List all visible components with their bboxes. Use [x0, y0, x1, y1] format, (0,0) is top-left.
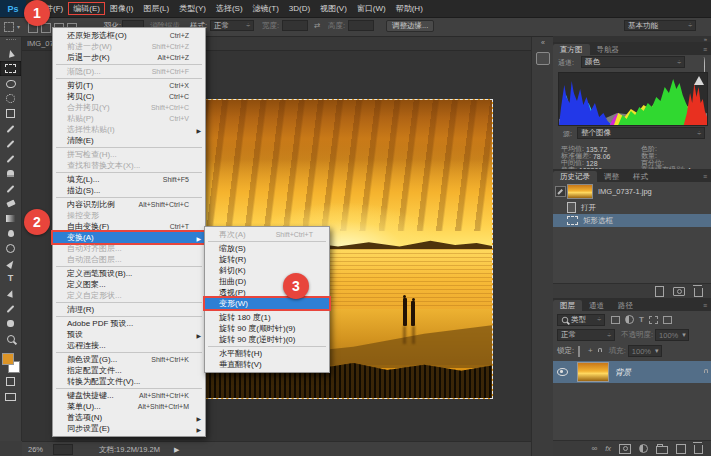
filter-pixel-layers-icon[interactable] [611, 316, 620, 324]
brush-tool-icon[interactable] [0, 151, 21, 166]
menu-item[interactable]: 内容识别比例Alt+Shift+Ctrl+C [53, 199, 205, 210]
screen-mode-button[interactable] [0, 389, 21, 404]
dodge-tool-icon[interactable] [0, 241, 21, 256]
fill-dropdown[interactable]: 100%▾ [628, 345, 662, 357]
quick-mask-button[interactable] [0, 374, 21, 389]
menubar-item[interactable]: 窗口(W) [352, 2, 391, 15]
menu-item[interactable]: 变形(W) [205, 298, 329, 309]
height-input[interactable] [348, 20, 374, 31]
menu-item[interactable]: Adobe PDF 预设... [53, 318, 205, 329]
rectangular-marquee-tool-icon[interactable] [0, 61, 21, 76]
link-layers-icon[interactable]: ∞ [591, 445, 597, 453]
filter-smart-objects-icon[interactable] [663, 316, 672, 324]
tab-styles[interactable]: 样式 [626, 171, 655, 182]
menu-item[interactable]: 自由变换(F)Ctrl+T [53, 221, 205, 232]
lock-position-icon[interactable]: + [588, 347, 593, 355]
menu-item[interactable]: 变换(A)▶ [53, 232, 205, 243]
menu-item[interactable]: 同步设置(E)▶ [53, 423, 205, 434]
menu-item[interactable]: 描边(S)... [53, 185, 205, 196]
tab-channels[interactable]: 通道 [582, 300, 611, 311]
collapsed-panel-icon[interactable] [536, 52, 550, 65]
menu-item[interactable]: 旋转 180 度(1) [205, 312, 329, 323]
new-group-icon[interactable] [656, 446, 668, 454]
new-adjustment-layer-icon[interactable] [639, 444, 648, 453]
menu-item[interactable]: 键盘快捷键...Alt+Shift+Ctrl+K [53, 390, 205, 401]
cached-data-warning-icon[interactable] [694, 76, 704, 85]
tab-histogram[interactable]: 直方图 [553, 44, 590, 55]
delete-state-icon[interactable] [694, 288, 703, 297]
tab-layers[interactable]: 图层 [553, 300, 582, 311]
menu-item[interactable]: 菜单(U)...Alt+Shift+Ctrl+M [53, 401, 205, 412]
menu-item[interactable]: 斜切(K) [205, 265, 329, 276]
menu-item[interactable]: 扭曲(D) [205, 276, 329, 287]
panel-menu-icon[interactable]: ≡ [703, 172, 707, 182]
menu-item[interactable]: 清除(E) [53, 135, 205, 146]
menu-item[interactable]: 旋转 90 度(逆时针)(0) [205, 334, 329, 345]
panel-grip[interactable] [6, 39, 16, 42]
menu-item[interactable]: 垂直翻转(V) [205, 359, 329, 370]
history-snapshot-row[interactable]: IMG_0737-1.jpg [553, 184, 711, 199]
menubar-item[interactable]: 滤镜(T) [248, 2, 284, 15]
history-entry-rectangular-marquee[interactable]: 矩形选框 [553, 214, 711, 227]
menu-item[interactable]: 定义画笔预设(B)... [53, 268, 205, 279]
filter-shape-layers-icon[interactable] [649, 316, 658, 324]
new-snapshot-icon[interactable] [673, 287, 685, 296]
foreground-color-swatch[interactable] [2, 353, 14, 365]
menu-item[interactable]: 指定配置文件... [53, 365, 205, 376]
width-input[interactable] [282, 20, 308, 31]
zoom-level[interactable]: 26% [28, 445, 43, 454]
new-document-from-state-icon[interactable] [655, 286, 664, 297]
swap-dimensions-icon[interactable]: ⇄ [314, 21, 320, 30]
line-tool-icon[interactable] [0, 301, 21, 316]
crop-tool-icon[interactable] [0, 106, 21, 121]
menu-item[interactable]: 远程连接... [53, 340, 205, 351]
history-brush-tool-icon[interactable] [0, 181, 21, 196]
pen-tool-icon[interactable] [0, 256, 21, 271]
menu-item[interactable]: 剪切(T)Ctrl+X [53, 80, 205, 91]
gradient-tool-icon[interactable] [0, 211, 21, 226]
status-field[interactable] [53, 444, 73, 455]
menu-item[interactable]: 缩放(S) [205, 243, 329, 254]
menu-item[interactable]: 水平翻转(H) [205, 348, 329, 359]
menu-item[interactable]: 颜色设置(G)...Shift+Ctrl+K [53, 354, 205, 365]
opacity-dropdown[interactable]: 100%▾ [655, 329, 689, 341]
filter-adjustment-layers-icon[interactable] [625, 315, 634, 324]
tab-navigator[interactable]: 导航器 [590, 44, 627, 55]
menubar-item[interactable]: 选择(S) [211, 2, 248, 15]
style-dropdown[interactable]: 正常÷ [210, 20, 254, 31]
menu-item[interactable]: 拷贝(C)Ctrl+C [53, 91, 205, 102]
panel-menu-icon[interactable]: ≡ [703, 45, 707, 55]
blend-mode-dropdown[interactable]: 正常÷ [557, 329, 615, 341]
delete-layer-icon[interactable] [694, 445, 703, 454]
channel-dropdown[interactable]: 颜色÷ [581, 56, 685, 68]
menubar-item[interactable]: 3D(D) [284, 3, 315, 14]
type-tool-icon[interactable]: T [0, 271, 21, 286]
menu-item[interactable]: 预设▶ [53, 329, 205, 340]
menu-item[interactable]: 后退一步(K)Alt+Ctrl+Z [53, 52, 205, 63]
eyedropper-tool-icon[interactable] [0, 121, 21, 136]
workspace-switcher[interactable]: 基本功能÷ [624, 20, 696, 31]
menubar-item[interactable]: 视图(V) [315, 2, 352, 15]
lasso-tool-icon[interactable] [0, 76, 21, 91]
layer-style-icon[interactable]: fx [605, 445, 611, 453]
history-brush-source-icon[interactable] [553, 186, 567, 197]
filter-type-layers-icon[interactable]: T [639, 316, 644, 324]
menu-item[interactable]: 定义图案... [53, 279, 205, 290]
clone-stamp-tool-icon[interactable] [0, 166, 21, 181]
menu-item[interactable]: 首选项(N)▶ [53, 412, 205, 423]
tab-paths[interactable]: 路径 [611, 300, 640, 311]
status-options-arrow-icon[interactable]: ▶ [174, 446, 179, 454]
history-entry-open[interactable]: 打开 [553, 201, 711, 214]
hand-tool-icon[interactable] [0, 316, 21, 331]
add-layer-mask-icon[interactable] [619, 444, 631, 454]
refine-edge-button[interactable]: 调整边缘... [386, 20, 434, 32]
eraser-tool-icon[interactable] [0, 196, 21, 211]
source-dropdown[interactable]: 整个图像÷ [577, 127, 705, 139]
layer-row-background[interactable]: 背景 [553, 361, 711, 383]
menubar-item[interactable]: 图像(I) [105, 2, 139, 15]
quick-selection-tool-icon[interactable] [0, 91, 21, 106]
layer-visibility-toggle[interactable] [553, 368, 571, 376]
menu-item[interactable]: 填充(L)...Shift+F5 [53, 174, 205, 185]
menu-item[interactable]: 旋转 90 度(顺时针)(9) [205, 323, 329, 334]
move-tool-icon[interactable] [0, 46, 21, 61]
